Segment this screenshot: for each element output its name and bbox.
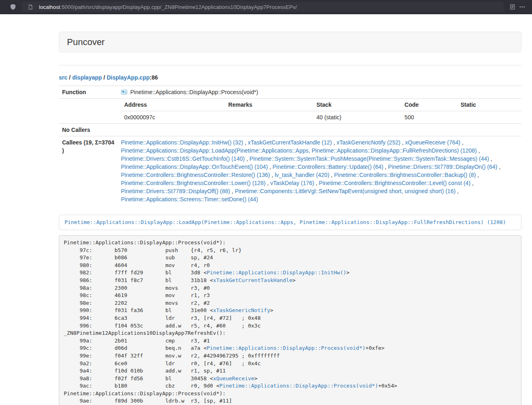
page-title-box: Puncover [59, 32, 521, 52]
callee-separator: , [470, 180, 474, 186]
callee-separator: , [270, 172, 275, 178]
address-value: 0x0000097c [121, 111, 225, 124]
callee-link[interactable]: Pinetime::Drivers::St7789::DisplayOn() (… [388, 164, 497, 170]
col-header-address: Address [121, 99, 225, 111]
symbol-link[interactable]: xTaskGetCurrentTaskHandle [213, 277, 293, 283]
no-callers-row: No Callers [59, 124, 521, 136]
callee-link[interactable]: Pinetime::System::SystemTask::PushMessag… [250, 155, 489, 162]
callee-link[interactable]: Pinetime::Controllers::Battery::Update()… [273, 164, 383, 170]
callee-separator: , [383, 164, 388, 170]
callee-separator: , [243, 139, 248, 146]
callee-separator: , [314, 180, 319, 186]
callee-link[interactable]: Pinetime::Components::LittleVgl::SetNewT… [235, 188, 456, 194]
breadcrumb-line-number: :86 [150, 74, 158, 81]
callee-link[interactable]: xTaskGetCurrentTaskHandle (12) [248, 139, 332, 146]
no-callers-label: No Callers [59, 124, 118, 136]
function-name: Pinetime::Applications::DisplayApp::Proc… [130, 88, 258, 96]
callee-separator: , [498, 164, 501, 170]
divider [59, 65, 521, 65]
callee-link[interactable]: lv_task_handler (420) [275, 172, 330, 178]
callee-separator: , [476, 172, 479, 178]
code-value: 500 [401, 111, 457, 124]
browser-chrome: localhost:5000/path/src/displayapp/Displ… [0, 0, 532, 14]
callee-separator: , [401, 139, 405, 146]
stack-value: 40 (static) [313, 111, 401, 124]
function-detail-table: Function Pinetime::Applications::Display… [59, 86, 521, 205]
callee-link[interactable]: Pinetime::Applications::DisplayApp::OnTo… [121, 164, 268, 170]
callee-separator: , [265, 180, 270, 186]
symbol-link[interactable]: xTaskGenericNotify [213, 307, 270, 313]
function-label: Function [59, 86, 118, 99]
page-container: Puncover src/displayapp/DisplayApp.cpp:8… [59, 14, 521, 405]
callee-link[interactable]: vTaskDelay (176) [270, 180, 314, 186]
symbol-link[interactable]: Pinetime::Applications::DisplayApp::Init… [207, 269, 346, 276]
breadcrumb-separator: / [67, 74, 72, 81]
callees-label: Callees (19, Σ=3704 ) [59, 136, 118, 206]
callee-link[interactable]: Pinetime::Controllers::BrightnessControl… [121, 180, 265, 186]
callee-link[interactable]: Pinetime::Drivers::Cst816S::GetTouchInfo… [121, 155, 245, 162]
callee-link[interactable]: Pinetime::Applications::DisplayApp::Load… [121, 147, 477, 154]
col-header-stack: Stack [313, 99, 401, 111]
callees-row: Callees (19, Σ=3704 ) Pinetime::Applicat… [59, 136, 521, 206]
metrics-table: Address Remarks Stack Code Static 0x0000… [121, 99, 521, 123]
callee-separator: , [230, 188, 235, 194]
function-icon [121, 89, 127, 95]
url-host: localhost [39, 4, 60, 10]
address-bar[interactable]: localhost:5000/path/src/displayapp/Displ… [22, 2, 504, 12]
callee-separator: , [456, 188, 459, 194]
breadcrumb-link-file[interactable]: DisplayApp.cpp [107, 74, 150, 81]
callee-separator: , [460, 139, 463, 146]
reader-view-icon[interactable] [508, 2, 517, 12]
col-header-code: Code [401, 99, 457, 111]
page-info-icon[interactable] [26, 2, 35, 12]
breadcrumb-link-src[interactable]: src [59, 74, 67, 81]
breadcrumb-link-displayapp[interactable]: displayapp [72, 74, 102, 81]
callee-separator: , [489, 155, 492, 162]
remarks-value [225, 111, 313, 124]
static-value [457, 111, 521, 124]
selected-callee-link[interactable]: Pinetime::Applications::DisplayApp::Load… [65, 219, 506, 225]
shield-icon[interactable] [8, 2, 18, 12]
url-path: :5000/path/src/displayapp/DisplayApp.cpp… [60, 4, 297, 10]
callee-link[interactable]: Pinetime::Applications::DisplayApp::Init… [121, 139, 243, 146]
callee-separator: , [330, 172, 334, 178]
callee-separator: , [332, 139, 337, 146]
metrics-values-row: 0x0000097c 40 (static) 500 [121, 111, 521, 124]
col-header-remarks: Remarks [225, 99, 313, 111]
callees-cell: Pinetime::Applications::DisplayApp::Init… [118, 136, 521, 206]
page-title: Puncover [67, 37, 105, 47]
symbol-link[interactable]: xQueueReceive [213, 375, 254, 381]
callee-separator: , [477, 147, 480, 154]
breadcrumb: src/displayapp/DisplayApp.cpp:86 [59, 73, 521, 82]
callee-separator: , [245, 155, 250, 162]
callee-link[interactable]: Pinetime::Controllers::BrightnessControl… [334, 172, 476, 178]
disassembly-code-block: Pinetime::Applications::DisplayApp::Proc… [59, 235, 521, 405]
url-text: localhost:5000/path/src/displayapp/Displ… [39, 4, 297, 10]
callee-link[interactable]: xQueueReceive (764) [405, 139, 460, 146]
breadcrumb-separator: / [102, 74, 107, 81]
more-menu-icon[interactable] [517, 2, 527, 12]
col-header-static: Static [457, 99, 521, 111]
function-row: Function Pinetime::Applications::Display… [59, 86, 521, 99]
callee-link[interactable]: xTaskGenericNotify (252) [336, 139, 400, 146]
metrics-row: Address Remarks Stack Code Static 0x0000… [59, 99, 521, 124]
symbol-link[interactable]: Pinetime::Applications::DisplayApp::Proc… [207, 345, 365, 351]
callee-link[interactable]: Pinetime::Controllers::BrightnessControl… [319, 180, 470, 186]
callee-link[interactable]: Pinetime::Controllers::BrightnessControl… [121, 172, 270, 178]
callee-link[interactable]: Pinetime::Drivers::St7789::DisplayOff() … [121, 188, 230, 194]
selected-callee-box: Pinetime::Applications::DisplayApp::Load… [59, 215, 521, 230]
symbol-link[interactable]: Pinetime::Applications::DisplayApp::Proc… [220, 383, 378, 389]
callee-separator: , [268, 164, 273, 170]
callee-link[interactable]: Pinetime::Applications::Screens::Timer::… [121, 196, 258, 202]
